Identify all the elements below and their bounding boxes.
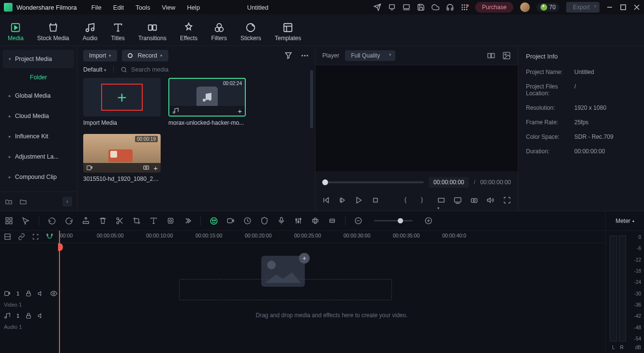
display-icon[interactable] [454,196,462,204]
maximize-icon[interactable] [620,4,627,11]
playhead[interactable] [59,231,60,353]
speed-icon[interactable] [243,217,252,225]
sidebar-item-project-media[interactable]: ▾Project Media [3,50,74,68]
redo-icon[interactable] [65,217,73,225]
select-tool-icon[interactable] [22,217,30,225]
tab-audio[interactable]: Audio [83,22,98,44]
menu-file[interactable]: File [91,4,102,11]
mask-icon[interactable] [260,217,269,225]
apps-icon[interactable] [461,3,468,11]
filter-icon[interactable] [284,51,293,60]
audio-track-header[interactable]: 1 [0,309,58,323]
timeline-tracks[interactable]: 00:00 00:00:05:00 00:00:10:00 00:00:15:0… [58,231,605,353]
zoom-slider[interactable] [374,220,413,221]
render-icon[interactable] [328,217,336,225]
points-badge[interactable]: 70 [537,3,559,12]
save-icon[interactable] [417,3,425,11]
preview-viewport[interactable] [315,65,518,171]
cloud-icon[interactable] [432,3,439,11]
prev-frame-icon[interactable] [322,196,330,204]
camera-icon[interactable] [143,164,150,172]
delete-icon[interactable] [99,217,107,225]
fullscreen-icon[interactable] [503,196,511,204]
sidebar-item-cloud-media[interactable]: ▸Cloud Media [3,107,74,125]
monitor-icon[interactable] [403,3,410,11]
audio-mixer-icon[interactable] [294,217,302,225]
new-folder-icon[interactable] [5,198,13,206]
volume-icon[interactable] [487,196,494,204]
tab-effects[interactable]: Effects [180,22,197,44]
more-tools-icon[interactable] [183,217,192,225]
stop-icon[interactable] [372,196,379,204]
sort-dropdown[interactable]: Default ▾ [83,66,106,73]
timeline-ruler[interactable]: 00:00 00:00:05:00 00:00:10:00 00:00:15:0… [58,231,605,243]
text-icon[interactable] [150,217,158,225]
device-icon[interactable] [388,3,396,11]
tab-templates[interactable]: Templates [275,22,301,44]
sidebar-sub-folder[interactable]: Folder [0,69,77,86]
user-avatar[interactable] [520,2,530,12]
headphones-icon[interactable] [446,3,454,11]
timecode-current[interactable]: 00:00:00:00 [429,177,469,188]
minimize-icon[interactable] [606,4,613,11]
folder-icon[interactable] [19,198,27,206]
close-icon[interactable] [633,4,640,11]
record-dropdown[interactable]: Record▾ [122,50,168,61]
step-back-icon[interactable] [339,196,346,204]
mute-icon[interactable] [38,290,45,297]
mark-in-icon[interactable]: { [404,196,412,204]
media-clip-audio[interactable]: 00:02:24 + [168,78,246,117]
import-media-tile[interactable]: + [83,78,161,117]
snap-icon[interactable] [32,233,39,240]
compare-view-icon[interactable] [487,51,495,60]
quality-dropdown[interactable]: Full Quality [345,50,395,61]
add-to-timeline-icon[interactable]: + [153,164,158,172]
sidebar-item-influence-kit[interactable]: ▸Influence Kit [3,127,74,146]
lock-icon[interactable] [25,312,32,319]
crop-icon[interactable] [133,217,141,225]
purchase-button[interactable]: Purchase [475,2,513,13]
send-icon[interactable] [374,3,381,11]
lock-icon[interactable] [25,290,32,297]
tab-media[interactable]: Media [8,22,24,44]
menu-tools[interactable]: Tools [135,4,150,11]
keyframe-icon[interactable] [311,217,319,225]
sidebar-item-global-media[interactable]: ▸Global Media [3,87,74,105]
search-input[interactable] [131,66,228,73]
sidebar-item-adjustment-layer[interactable]: ▸Adjustment La... [3,147,74,166]
mute-icon[interactable] [38,312,45,319]
collapse-sidebar-button[interactable]: ‹ [62,197,72,206]
play-icon[interactable] [355,196,363,204]
add-to-timeline-icon[interactable]: + [238,107,242,115]
track-grid-icon[interactable] [4,233,11,240]
menu-help[interactable]: Help [187,4,200,11]
tab-transitions[interactable]: Transitions [138,22,166,44]
undo-icon[interactable] [48,217,56,225]
camera-tool-icon[interactable] [226,217,235,225]
video-track-header[interactable]: 1 [0,287,58,300]
drop-zone[interactable] [179,279,392,300]
menu-edit[interactable]: Edit [113,4,124,11]
import-dropdown[interactable]: Import▾ [83,50,117,61]
zoom-in-icon[interactable] [424,217,433,225]
tab-titles[interactable]: Titles [111,22,124,44]
sidebar-item-compound-clip[interactable]: ▸Compound Clip [3,168,74,186]
mark-out-icon[interactable]: } [421,196,429,204]
seek-slider[interactable] [322,181,424,183]
ai-robot-icon[interactable] [210,217,218,225]
more-icon[interactable] [300,51,309,60]
link-icon[interactable] [18,233,25,240]
marker-icon[interactable] [82,217,90,225]
scrollbar[interactable] [310,70,313,128]
track-focus-icon[interactable] [166,217,175,225]
snapshot-icon[interactable] [470,196,478,204]
mic-icon[interactable] [277,217,285,225]
layout-icon[interactable] [5,217,13,225]
tab-stock-media[interactable]: Stock Media [37,22,69,44]
media-clip-video[interactable]: 00:00:19 + [83,134,161,173]
visibility-icon[interactable] [50,290,57,297]
ratio-icon[interactable]: ▾ [437,196,445,204]
tab-filters[interactable]: Filters [211,22,227,44]
tab-stickers[interactable]: Stickers [240,22,261,44]
meter-header[interactable]: Meter▴ [606,211,644,231]
